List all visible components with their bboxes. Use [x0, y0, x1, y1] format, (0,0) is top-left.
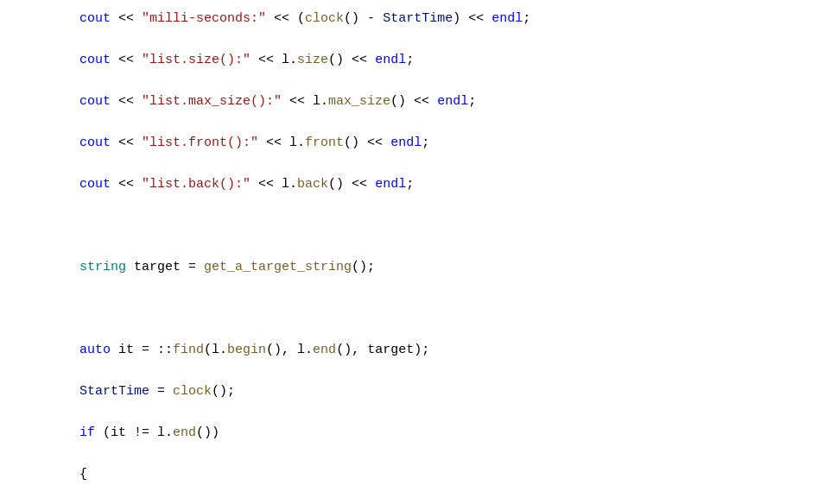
line-11: if (it != l.end()): [0, 423, 818, 444]
line-5: cout << "list.back():" << l.back() << en…: [0, 174, 818, 195]
code-editor: cout << "milli-seconds:" << (clock() - S…: [0, 0, 818, 504]
line-10: StartTime = clock();: [0, 381, 818, 402]
line-2: cout << "list.size():" << l.size() << en…: [0, 50, 818, 71]
line-7: string target = get_a_target_string();: [0, 257, 818, 278]
line-4: cout << "list.front():" << l.front() << …: [0, 133, 818, 154]
line-8: [0, 299, 818, 319]
line-9: auto it = ::find(l.begin(), l.end(), tar…: [0, 340, 818, 361]
line-12: {: [0, 464, 818, 485]
line-1: cout << "milli-seconds:" << (clock() - S…: [0, 9, 818, 29]
line-6: [0, 216, 818, 236]
line-3: cout << "list.max_size():" << l.max_size…: [0, 91, 818, 112]
